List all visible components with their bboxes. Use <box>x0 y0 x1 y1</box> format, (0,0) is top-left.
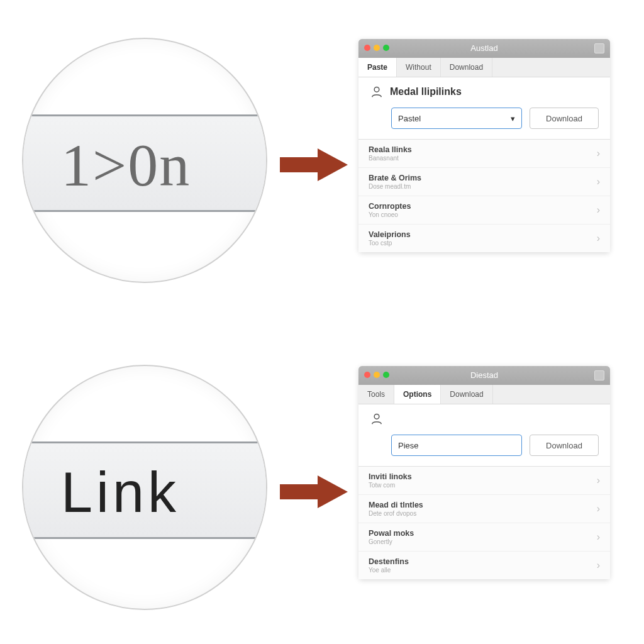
minimize-icon[interactable] <box>374 45 380 51</box>
zoom-icon[interactable] <box>383 372 389 378</box>
magnifier-circle-top: 1>0n <box>22 38 267 283</box>
minimize-icon[interactable] <box>374 372 380 378</box>
tab-paste[interactable]: Paste <box>358 58 397 77</box>
tabbar: Paste Without Download <box>358 58 610 77</box>
arrow-right-icon <box>280 472 349 512</box>
chevron-right-icon: › <box>597 475 600 486</box>
svg-marker-2 <box>280 475 348 508</box>
download-button[interactable]: Download <box>530 435 599 456</box>
app-window-top: Austlad Paste Without Download Medal lli… <box>358 39 610 252</box>
panel-header <box>358 404 610 430</box>
arrow-right-icon <box>280 145 349 185</box>
titlebar-button-icon[interactable] <box>594 43 604 53</box>
window-title: Austlad <box>470 43 497 53</box>
list-item[interactable]: Reala llinksBanasnant› <box>358 140 610 168</box>
titlebar: Diestad <box>358 366 610 385</box>
panel-title: Medal llipilinks <box>390 86 462 97</box>
band-text: 1>0n <box>61 130 191 200</box>
window-title: Diestad <box>470 370 498 380</box>
tabbar: Tools Options Download <box>358 385 610 404</box>
list-item[interactable]: Mead di tlntlesDete orof dvopos› <box>358 495 610 523</box>
chevron-right-icon: › <box>597 531 600 543</box>
select-value: Pastel <box>398 114 421 123</box>
traffic-lights[interactable] <box>364 45 389 51</box>
item-list: Reala llinksBanasnant› Brate & OrimsDose… <box>358 140 610 252</box>
close-icon[interactable] <box>364 45 370 51</box>
list-item[interactable]: DestenfinsYoe alle› <box>358 552 610 579</box>
list-item[interactable]: Powal moksGonertly› <box>358 523 610 552</box>
tab-download[interactable]: Download <box>441 58 492 77</box>
tab-tools[interactable]: Tools <box>358 385 394 404</box>
titlebar-button-icon[interactable] <box>594 370 604 380</box>
zoom-icon[interactable] <box>383 45 389 51</box>
list-item[interactable]: CornroptesYon cnoeo› <box>358 196 610 225</box>
panel-header: Medal llipilinks <box>358 77 610 103</box>
controls-row: Piese Download <box>358 430 610 467</box>
traffic-lights[interactable] <box>364 372 389 378</box>
user-icon <box>370 412 384 426</box>
chevron-right-icon: › <box>597 204 600 216</box>
input-field[interactable]: Piese <box>391 435 522 456</box>
chevron-right-icon: › <box>597 148 600 159</box>
list-item[interactable]: Inviti linoksTotw com› <box>358 467 610 495</box>
svg-point-3 <box>374 414 379 419</box>
list-item[interactable]: Brate & OrimsDose meadl.tm› <box>358 168 610 196</box>
svg-point-1 <box>374 87 379 92</box>
user-icon <box>370 85 384 99</box>
svg-marker-0 <box>280 148 348 181</box>
chevron-down-icon: ▾ <box>511 114 515 123</box>
category-select[interactable]: Pastel ▾ <box>391 108 522 129</box>
chevron-right-icon: › <box>597 560 600 571</box>
list-item[interactable]: ValeiprionsToo cstp› <box>358 225 610 252</box>
chevron-right-icon: › <box>597 503 600 514</box>
tab-without[interactable]: Without <box>397 58 441 77</box>
titlebar: Austlad <box>358 39 610 58</box>
download-button[interactable]: Download <box>530 108 599 129</box>
item-list: Inviti linoksTotw com› Mead di tlntlesDe… <box>358 467 610 579</box>
chevron-right-icon: › <box>597 176 600 187</box>
controls-row: Pastel ▾ Download <box>358 103 610 140</box>
tab-options[interactable]: Options <box>394 385 441 404</box>
close-icon[interactable] <box>364 372 370 378</box>
magnifier-circle-bottom: Link <box>22 365 267 610</box>
app-window-bottom: Diestad Tools Options Download Piese Dow… <box>358 366 610 579</box>
chevron-right-icon: › <box>597 233 600 244</box>
band-text: Link <box>61 460 180 525</box>
tab-download[interactable]: Download <box>441 385 492 404</box>
input-placeholder: Piese <box>398 441 419 450</box>
